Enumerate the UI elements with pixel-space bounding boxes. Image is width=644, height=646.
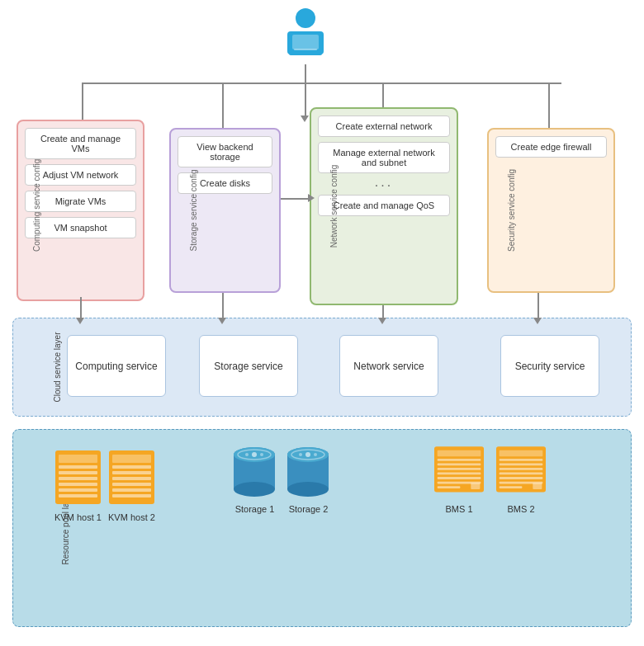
storage-down-arrow xyxy=(222,293,224,319)
svg-rect-20 xyxy=(112,494,151,497)
svg-rect-11 xyxy=(59,488,97,492)
svg-rect-38 xyxy=(438,450,481,456)
svg-rect-48 xyxy=(500,450,543,456)
svg-point-31 xyxy=(287,482,329,497)
network-config-panel: Network service config Create external n… xyxy=(310,107,458,305)
computing-up-from-service xyxy=(80,297,82,315)
svg-rect-51 xyxy=(500,468,543,470)
svg-rect-49 xyxy=(500,459,543,461)
svg-rect-8 xyxy=(59,471,97,474)
svg-rect-4 xyxy=(294,49,317,50)
svg-point-35 xyxy=(299,453,302,456)
svg-rect-2 xyxy=(292,35,319,50)
svg-rect-43 xyxy=(438,477,481,479)
svg-rect-18 xyxy=(112,483,151,486)
svg-rect-7 xyxy=(59,465,97,469)
computing-service-box: Computing service xyxy=(67,335,166,397)
kvm-host-2: KVM host 2 xyxy=(108,450,155,522)
arrow-head-main xyxy=(301,116,309,122)
arrow-to-security xyxy=(548,83,550,130)
network-config-label: Network service config xyxy=(329,161,339,252)
svg-rect-41 xyxy=(438,468,481,470)
view-backend-storage: View backend storage xyxy=(178,136,272,167)
svg-rect-14 xyxy=(112,455,151,463)
storage-2: Storage 2 xyxy=(286,446,331,514)
create-external-network: Create external network xyxy=(318,116,450,137)
computing-config-panel: Computing service config Create and mana… xyxy=(17,120,144,301)
arrow-from-person xyxy=(305,64,306,118)
resource-pool-layer: Resource pool layer KVM host 1 xyxy=(12,429,632,627)
security-service-box: Security service xyxy=(500,335,599,397)
storage-down-arrowhead xyxy=(218,318,226,324)
cloud-service-label: Cloud service layer xyxy=(53,330,62,404)
person-icon xyxy=(281,7,330,64)
svg-point-0 xyxy=(296,8,315,28)
svg-point-26 xyxy=(252,452,257,457)
create-edge-firewall: Create edge firewall xyxy=(495,136,607,158)
storage-config-label: Storage service config xyxy=(189,165,198,256)
security-config-label: Security service config xyxy=(507,165,516,256)
bms-2: BMS 2 xyxy=(496,446,546,514)
security-down-arrow xyxy=(537,293,539,319)
network-service-box: Network service xyxy=(339,335,438,397)
storage-to-network-arrow xyxy=(281,198,310,200)
svg-rect-45 xyxy=(438,486,461,488)
security-down-arrowhead xyxy=(533,318,542,324)
storage-to-network-arrowhead xyxy=(308,194,315,202)
horizontal-top-line xyxy=(83,83,561,84)
storage-service-box: Storage service xyxy=(199,335,298,397)
svg-rect-55 xyxy=(500,486,523,488)
svg-point-28 xyxy=(260,453,263,456)
network-down-arrowhead xyxy=(378,318,386,324)
svg-rect-53 xyxy=(500,477,543,479)
svg-rect-16 xyxy=(112,471,151,474)
svg-rect-39 xyxy=(438,459,481,461)
svg-rect-19 xyxy=(112,488,151,492)
cloud-service-layer: Cloud service layer Computing service St… xyxy=(12,318,632,417)
svg-rect-3 xyxy=(289,52,322,55)
svg-rect-50 xyxy=(500,464,543,466)
svg-point-27 xyxy=(245,453,249,456)
svg-rect-10 xyxy=(59,483,97,486)
bms-1: BMS 1 xyxy=(434,446,484,514)
svg-rect-17 xyxy=(112,477,151,480)
storage-1: Storage 1 xyxy=(232,446,277,514)
kvm-host-1: KVM host 1 xyxy=(54,450,102,522)
svg-point-36 xyxy=(314,453,317,456)
svg-rect-6 xyxy=(59,455,97,463)
adjust-vm-network: Adjust VM network xyxy=(25,164,136,186)
arrow-to-storage xyxy=(222,83,224,130)
svg-rect-9 xyxy=(59,477,97,480)
create-manage-vms: Create and manage VMs xyxy=(25,128,136,159)
vm-snapshot: VM snapshot xyxy=(25,217,136,238)
diagram: Computing service config Create and mana… xyxy=(0,0,644,646)
svg-rect-52 xyxy=(500,473,543,475)
computing-config-label: Computing service config xyxy=(32,169,41,252)
svg-rect-42 xyxy=(438,473,481,475)
svg-rect-46 xyxy=(471,483,480,489)
migrate-vms: Migrate VMs xyxy=(25,191,136,212)
security-config-panel: Security service config Create edge fire… xyxy=(487,128,615,293)
svg-point-34 xyxy=(305,452,310,457)
svg-point-23 xyxy=(234,482,275,497)
storage-config-panel: Storage service config View backend stor… xyxy=(169,128,281,293)
arrow-to-computing xyxy=(82,83,83,121)
svg-rect-56 xyxy=(533,483,542,489)
computing-down-arrowhead xyxy=(76,318,84,324)
arrow-to-network xyxy=(382,83,384,109)
svg-rect-15 xyxy=(112,465,151,469)
svg-rect-40 xyxy=(438,464,481,466)
svg-rect-12 xyxy=(59,494,97,497)
